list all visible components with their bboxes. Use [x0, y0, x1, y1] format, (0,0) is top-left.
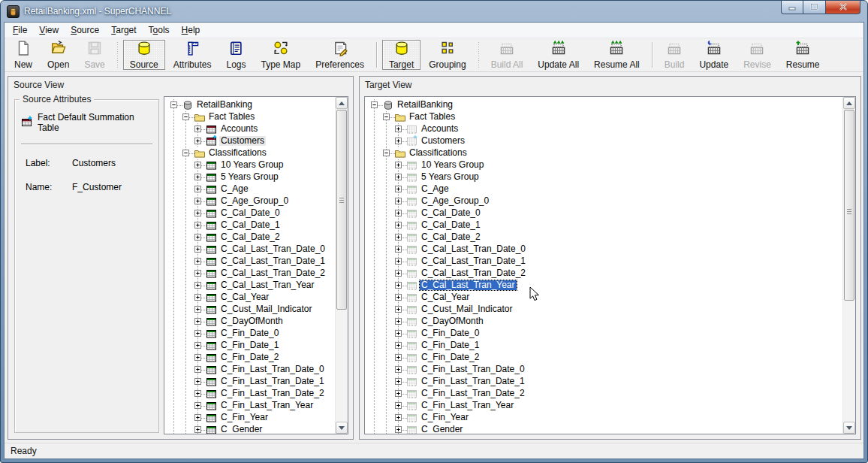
tree-item-label[interactable]: C_Fin_Date_1	[219, 340, 280, 350]
tree-item-label[interactable]: Classifications	[408, 148, 469, 158]
collapse-toggle[interactable]	[170, 101, 177, 108]
expand-toggle[interactable]	[194, 186, 201, 192]
toolbar-resume-button[interactable]: Resume	[779, 40, 827, 70]
tree-item-label[interactable]: C_Fin_Last_Tran_Date_1	[420, 377, 526, 386]
expand-toggle[interactable]	[395, 126, 402, 132]
tree-item-label[interactable]: C_Cal_Last_Tran_Year	[420, 280, 517, 290]
toolbar-attributes-button[interactable]: Attributes	[167, 40, 219, 70]
expand-toggle[interactable]	[194, 342, 201, 349]
scroll-thumb[interactable]	[336, 110, 347, 310]
tree-item-label[interactable]: Customers	[219, 136, 266, 146]
expand-toggle[interactable]	[395, 138, 402, 144]
tree-item-label[interactable]: C_Age	[219, 184, 250, 194]
scroll-down-button[interactable]	[336, 422, 348, 434]
menu-view[interactable]: View	[33, 23, 65, 38]
tree-item-label[interactable]: C_Cal_Year	[420, 292, 471, 302]
expand-toggle[interactable]	[395, 258, 402, 265]
source-tree-scrollbar[interactable]	[335, 97, 348, 434]
tree-item-label[interactable]: C_Fin_Last_Tran_Date_0	[420, 365, 526, 374]
tree-item-label[interactable]: C_Gender	[219, 425, 264, 434]
expand-toggle[interactable]	[194, 162, 201, 168]
expand-toggle[interactable]	[194, 402, 201, 409]
tree-item-label[interactable]: C_Fin_Date_1	[420, 340, 481, 350]
expand-toggle[interactable]	[194, 390, 201, 397]
expand-toggle[interactable]	[395, 282, 402, 289]
tree-item-label[interactable]: 5 Years Group	[219, 172, 280, 182]
tree-item-label[interactable]: C_Cust_Mail_Indicator	[219, 304, 313, 314]
expand-toggle[interactable]	[395, 246, 402, 253]
tree-item-label[interactable]: 10 Years Group	[420, 160, 485, 170]
tree-item-label[interactable]: C_Fin_Last_Tran_Date_0	[219, 365, 326, 374]
fact-default-summation-table-button[interactable]: Fact Default Summation Table	[21, 112, 152, 133]
toolbar-preferences-button[interactable]: Preferences	[309, 40, 371, 70]
tree-item-label[interactable]: C_Cal_Date_2	[420, 232, 482, 242]
tree-item-label[interactable]: C_Fin_Year	[219, 413, 270, 422]
tree-item-label[interactable]: C_Cal_Last_Tran_Date_1	[420, 256, 527, 266]
tree-item-label[interactable]: C_Fin_Year	[420, 413, 470, 422]
toolbar-resume-all-button[interactable]: Resume All	[587, 40, 646, 70]
toolbar-logs-button[interactable]: Logs	[219, 40, 252, 70]
tree-item-label[interactable]: Accounts	[219, 124, 259, 134]
tree-item-label[interactable]: 5 Years Group	[420, 172, 481, 182]
expand-toggle[interactable]	[395, 366, 402, 373]
collapse-toggle[interactable]	[371, 101, 378, 108]
tree-item-label[interactable]: RetailBanking	[396, 100, 454, 110]
tree-item-label[interactable]: C_Cal_Last_Tran_Date_0	[219, 244, 327, 254]
expand-toggle[interactable]	[395, 210, 402, 216]
expand-toggle[interactable]	[194, 126, 201, 132]
tree-item-label[interactable]: Fact Tables	[207, 112, 256, 122]
tree-item-label[interactable]: C_Fin_Last_Tran_Year	[219, 401, 315, 410]
tree-item-label[interactable]: C_Fin_Date_0	[420, 328, 481, 338]
tree-item-label[interactable]: C_Fin_Date_2	[219, 353, 280, 362]
expand-toggle[interactable]	[194, 246, 201, 253]
expand-toggle[interactable]	[395, 294, 402, 301]
expand-toggle[interactable]	[395, 270, 402, 277]
toolbar-grouping-button[interactable]: Grouping	[422, 40, 472, 70]
tree-item-label[interactable]: C_Age_Group_0	[420, 196, 490, 206]
scroll-track[interactable]	[336, 109, 348, 422]
expand-toggle[interactable]	[194, 378, 201, 385]
expand-toggle[interactable]	[395, 174, 402, 180]
tree-item-label[interactable]: 10 Years Group	[219, 160, 285, 170]
expand-toggle[interactable]	[194, 258, 201, 265]
tree-item-label[interactable]: C_DayOfMonth	[420, 316, 485, 326]
expand-toggle[interactable]	[395, 426, 402, 433]
tree-item-label[interactable]: C_Cal_Last_Tran_Date_2	[219, 268, 327, 278]
scroll-up-button[interactable]	[336, 97, 348, 109]
scroll-down-button[interactable]	[843, 422, 855, 434]
expand-toggle[interactable]	[194, 210, 201, 216]
tree-item-label[interactable]: C_Cal_Year	[219, 292, 270, 302]
close-button[interactable]	[825, 0, 860, 14]
tree-item-label[interactable]: C_Cal_Date_2	[219, 232, 282, 242]
tree-item-label[interactable]: C_Cal_Last_Tran_Year	[219, 280, 316, 290]
scroll-up-button[interactable]	[843, 97, 855, 109]
expand-toggle[interactable]	[395, 234, 402, 241]
tree-item-label[interactable]: C_Gender	[420, 425, 464, 434]
tree-item-label[interactable]: C_Cal_Last_Tran_Date_0	[420, 244, 527, 254]
menu-target[interactable]: Target	[105, 23, 142, 38]
tree-item-label[interactable]: Accounts	[420, 124, 460, 134]
expand-toggle[interactable]	[194, 282, 201, 289]
tree-item-label[interactable]: C_Cal_Date_0	[420, 208, 482, 218]
tree-item-label[interactable]: Fact Tables	[408, 112, 457, 122]
toolbar-update-all-button[interactable]: Update All	[531, 40, 586, 70]
tree-item-label[interactable]: RetailBanking	[195, 100, 254, 110]
toolbar-update-button[interactable]: Update	[692, 40, 735, 70]
tree-item-label[interactable]: C_Cal_Date_0	[219, 208, 282, 218]
expand-toggle[interactable]	[395, 330, 402, 337]
scroll-thumb[interactable]	[844, 110, 854, 301]
tree-item-label[interactable]: C_Cal_Date_1	[219, 220, 282, 230]
expand-toggle[interactable]	[194, 330, 201, 337]
tree-item-label[interactable]: Classifications	[207, 148, 268, 158]
tree-item-label[interactable]: C_DayOfMonth	[219, 316, 285, 326]
toolbar-new-button[interactable]: New	[8, 40, 39, 70]
toolbar-type-map-button[interactable]: Type Map	[255, 40, 308, 70]
menu-help[interactable]: Help	[176, 23, 206, 38]
expand-toggle[interactable]	[395, 222, 402, 228]
expand-toggle[interactable]	[194, 270, 201, 277]
expand-toggle[interactable]	[395, 186, 402, 192]
tree-item-label[interactable]: C_Fin_Last_Tran_Date_2	[219, 389, 326, 398]
menu-tools[interactable]: Tools	[143, 23, 176, 38]
collapse-toggle[interactable]	[182, 150, 189, 156]
tree-item-label[interactable]: C_Fin_Date_0	[219, 328, 280, 338]
